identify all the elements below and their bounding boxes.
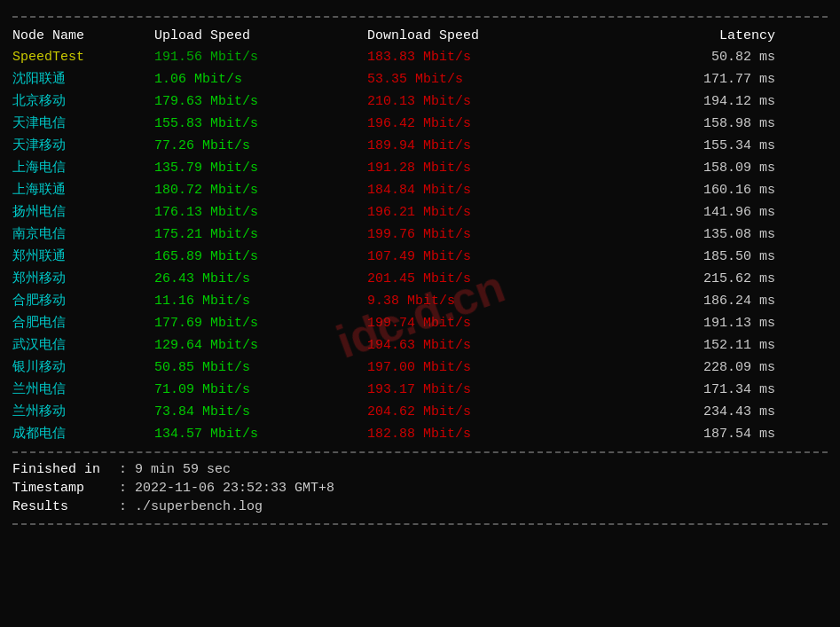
cell-upload: 165.89 Mbit/s bbox=[154, 249, 367, 264]
cell-download: 193.17 Mbit/s bbox=[367, 382, 598, 397]
top-divider bbox=[12, 16, 828, 18]
table-row: 南京电信175.21 Mbit/s199.76 Mbit/s135.08 ms bbox=[12, 223, 828, 245]
cell-node-name: 上海电信 bbox=[12, 159, 154, 176]
cell-node-name: 沈阳联通 bbox=[12, 70, 154, 87]
cell-node-name: 武汉电信 bbox=[12, 336, 154, 353]
cell-latency: 152.11 ms bbox=[598, 338, 775, 353]
table-row: 成都电信134.57 Mbit/s182.88 Mbit/s187.54 ms bbox=[12, 422, 828, 444]
cell-upload: 73.84 Mbit/s bbox=[154, 404, 367, 419]
table-row: 扬州电信176.13 Mbit/s196.21 Mbit/s141.96 ms bbox=[12, 200, 828, 223]
footer-results: Results : ./superbench.log bbox=[12, 498, 828, 516]
cell-latency: 191.13 ms bbox=[598, 316, 775, 331]
cell-node-name: 合肥移动 bbox=[12, 292, 154, 309]
footer-timestamp-value: : 2022-11-06 23:52:33 GMT+8 bbox=[119, 481, 334, 496]
cell-latency: 194.12 ms bbox=[598, 94, 775, 109]
cell-upload: 176.13 Mbit/s bbox=[154, 205, 367, 220]
table-row: 上海联通180.72 Mbit/s184.84 Mbit/s160.16 ms bbox=[12, 178, 828, 200]
cell-latency: 158.98 ms bbox=[598, 116, 775, 131]
cell-node-name: 郑州移动 bbox=[12, 270, 154, 286]
cell-download: 9.38 Mbit/s bbox=[367, 294, 598, 309]
footer-results-label: Results bbox=[12, 499, 119, 514]
table-body: SpeedTest191.56 Mbit/s183.83 Mbit/s50.82… bbox=[12, 47, 828, 444]
cell-upload: 134.57 Mbit/s bbox=[154, 427, 367, 442]
bottom-divider bbox=[12, 523, 828, 525]
cell-download: 189.94 Mbit/s bbox=[367, 138, 598, 153]
cell-latency: 234.43 ms bbox=[598, 404, 775, 419]
cell-download: 194.63 Mbit/s bbox=[367, 338, 598, 353]
cell-download: 196.42 Mbit/s bbox=[367, 116, 598, 131]
table-row: 郑州移动26.43 Mbit/s201.45 Mbit/s215.62 ms bbox=[12, 267, 828, 289]
table-header: Node Name Upload Speed Download Speed La… bbox=[12, 25, 828, 47]
cell-download: 53.35 Mbit/s bbox=[367, 72, 598, 87]
cell-download: 183.83 Mbit/s bbox=[367, 50, 598, 65]
footer-section: Finished in : 9 min 59 sec Timestamp : 2… bbox=[12, 460, 828, 516]
cell-upload: 26.43 Mbit/s bbox=[154, 271, 367, 286]
cell-latency: 171.77 ms bbox=[598, 72, 775, 87]
table-row: 兰州移动73.84 Mbit/s204.62 Mbit/s234.43 ms bbox=[12, 400, 828, 422]
cell-node-name: 兰州电信 bbox=[12, 380, 154, 397]
cell-upload: 1.06 Mbit/s bbox=[154, 72, 367, 87]
cell-latency: 187.54 ms bbox=[598, 427, 775, 442]
cell-latency: 50.82 ms bbox=[598, 50, 775, 65]
cell-latency: 215.62 ms bbox=[598, 271, 775, 286]
cell-node-name: 南京电信 bbox=[12, 225, 154, 242]
cell-latency: 160.16 ms bbox=[598, 183, 775, 198]
cell-download: 201.45 Mbit/s bbox=[367, 271, 598, 286]
speed-table: Node Name Upload Speed Download Speed La… bbox=[12, 25, 828, 444]
cell-upload: 50.85 Mbit/s bbox=[154, 360, 367, 375]
cell-latency: 186.24 ms bbox=[598, 294, 775, 309]
footer-finished-value: : 9 min 59 sec bbox=[119, 462, 231, 477]
cell-node-name: 郑州联通 bbox=[12, 247, 154, 264]
cell-upload: 11.16 Mbit/s bbox=[154, 294, 367, 309]
table-row: 银川移动50.85 Mbit/s197.00 Mbit/s228.09 ms bbox=[12, 356, 828, 378]
footer-finished-label: Finished in bbox=[12, 462, 119, 477]
cell-node-name: SpeedTest bbox=[12, 50, 154, 65]
cell-download: 204.62 Mbit/s bbox=[367, 404, 598, 419]
table-row: 合肥移动11.16 Mbit/s9.38 Mbit/s186.24 ms bbox=[12, 289, 828, 311]
header-node-name: Node Name bbox=[12, 28, 154, 43]
cell-download: 197.00 Mbit/s bbox=[367, 360, 598, 375]
cell-latency: 171.34 ms bbox=[598, 382, 775, 397]
cell-download: 196.21 Mbit/s bbox=[367, 205, 598, 220]
cell-download: 199.76 Mbit/s bbox=[367, 227, 598, 242]
cell-download: 182.88 Mbit/s bbox=[367, 427, 598, 442]
cell-node-name: 兰州移动 bbox=[12, 403, 154, 419]
cell-download: 107.49 Mbit/s bbox=[367, 249, 598, 264]
table-row: 沈阳联通1.06 Mbit/s53.35 Mbit/s171.77 ms bbox=[12, 67, 828, 90]
cell-node-name: 成都电信 bbox=[12, 425, 154, 442]
table-row: 天津移动77.26 Mbit/s189.94 Mbit/s155.34 ms bbox=[12, 134, 828, 156]
cell-node-name: 北京移动 bbox=[12, 92, 154, 109]
cell-node-name: 银川移动 bbox=[12, 358, 154, 375]
footer-timestamp: Timestamp : 2022-11-06 23:52:33 GMT+8 bbox=[12, 479, 828, 498]
cell-upload: 71.09 Mbit/s bbox=[154, 382, 367, 397]
cell-node-name: 上海联通 bbox=[12, 181, 154, 198]
cell-latency: 155.34 ms bbox=[598, 138, 775, 153]
cell-latency: 135.08 ms bbox=[598, 227, 775, 242]
cell-upload: 77.26 Mbit/s bbox=[154, 138, 367, 153]
footer-finished: Finished in : 9 min 59 sec bbox=[12, 460, 828, 479]
header-latency: Latency bbox=[598, 28, 775, 43]
table-row: 上海电信135.79 Mbit/s191.28 Mbit/s158.09 ms bbox=[12, 156, 828, 178]
table-row: 天津电信155.83 Mbit/s196.42 Mbit/s158.98 ms bbox=[12, 112, 828, 134]
footer-timestamp-label: Timestamp bbox=[12, 481, 119, 496]
cell-latency: 228.09 ms bbox=[598, 360, 775, 375]
footer-results-value: : ./superbench.log bbox=[119, 499, 263, 514]
cell-latency: 141.96 ms bbox=[598, 205, 775, 220]
cell-upload: 129.64 Mbit/s bbox=[154, 338, 367, 353]
cell-upload: 155.83 Mbit/s bbox=[154, 116, 367, 131]
table-row: 武汉电信129.64 Mbit/s194.63 Mbit/s152.11 ms bbox=[12, 333, 828, 356]
cell-upload: 179.63 Mbit/s bbox=[154, 94, 367, 109]
cell-node-name: 天津移动 bbox=[12, 137, 154, 153]
cell-upload: 191.56 Mbit/s bbox=[154, 50, 367, 65]
table-row: 郑州联通165.89 Mbit/s107.49 Mbit/s185.50 ms bbox=[12, 245, 828, 267]
table-row: SpeedTest191.56 Mbit/s183.83 Mbit/s50.82… bbox=[12, 47, 828, 67]
cell-node-name: 合肥电信 bbox=[12, 314, 154, 331]
cell-download: 210.13 Mbit/s bbox=[367, 94, 598, 109]
cell-upload: 135.79 Mbit/s bbox=[154, 161, 367, 176]
cell-upload: 175.21 Mbit/s bbox=[154, 227, 367, 242]
cell-latency: 158.09 ms bbox=[598, 161, 775, 176]
cell-download: 184.84 Mbit/s bbox=[367, 183, 598, 198]
table-row: 兰州电信71.09 Mbit/s193.17 Mbit/s171.34 ms bbox=[12, 378, 828, 400]
cell-latency: 185.50 ms bbox=[598, 249, 775, 264]
cell-node-name: 天津电信 bbox=[12, 114, 154, 131]
